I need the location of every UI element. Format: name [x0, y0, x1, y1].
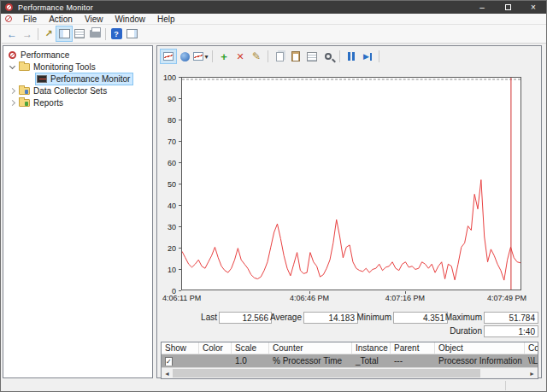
- show-hide-action-pane-button[interactable]: [124, 26, 139, 41]
- show-cell: ✓: [162, 356, 199, 366]
- show-checkbox[interactable]: ✓: [165, 357, 173, 366]
- reports-folder-icon: [19, 99, 30, 107]
- scale-cell: 1.0: [232, 356, 269, 366]
- x-tick-label: 4:06:11 PM: [162, 294, 201, 302]
- change-graph-type-button[interactable]: ▾: [193, 50, 209, 63]
- col-object[interactable]: Object: [435, 342, 525, 354]
- zoom-button[interactable]: [321, 50, 336, 63]
- chevron-down-icon[interactable]: [9, 62, 15, 68]
- menu-help[interactable]: Help: [151, 14, 181, 24]
- counter-legend-table: Show Color Scale Counter Instance Parent…: [161, 342, 538, 379]
- tree-item-performance-monitor[interactable]: Performance Monitor: [3, 73, 152, 85]
- tree-item-monitoring-tools[interactable]: Monitoring Tools: [3, 61, 152, 73]
- tree-item-data-collector-sets[interactable]: Data Collector Sets: [3, 85, 152, 97]
- tree-item-label: Reports: [33, 98, 63, 108]
- last-label: Last: [166, 313, 217, 322]
- forward-button[interactable]: →: [20, 26, 35, 41]
- y-tick-label: 50: [157, 180, 176, 189]
- menu-bar: File Action View Window Help: [2, 14, 547, 25]
- performance-root-icon: [9, 51, 16, 59]
- tree-item-label: Data Collector Sets: [33, 86, 107, 96]
- back-button[interactable]: ←: [4, 26, 20, 41]
- legend-header-row: Show Color Scale Counter Instance Parent…: [162, 342, 538, 354]
- data-collector-sets-folder-icon: [19, 87, 30, 95]
- y-tick-label: 90: [157, 95, 176, 103]
- close-button[interactable]: ×: [521, 1, 546, 14]
- highlight-button[interactable]: ✎: [249, 50, 264, 63]
- duration-label: Duration: [431, 326, 482, 336]
- tree-item-reports[interactable]: Reports: [3, 97, 152, 108]
- copy-properties-button[interactable]: [272, 50, 287, 63]
- col-instance[interactable]: Instance: [352, 342, 391, 354]
- col-show[interactable]: Show: [162, 342, 199, 354]
- paste-counter-list-button[interactable]: [288, 50, 303, 63]
- freeze-display-button[interactable]: [344, 50, 359, 63]
- properties-dialog-icon: [74, 29, 85, 38]
- main-toolbar: ← → ↗ ?: [2, 25, 547, 44]
- computer-cell: \\LAPT: [525, 356, 538, 366]
- menu-file[interactable]: File: [17, 14, 43, 24]
- properties-dialog-button[interactable]: [72, 26, 87, 41]
- properties-button[interactable]: [304, 50, 320, 63]
- selected-tree-item[interactable]: Performance Monitor: [36, 73, 132, 85]
- counter-row[interactable]: ✓ 1.0 % Processor Time _Total --- Proces…: [162, 354, 538, 367]
- legend-horizontal-scrollbar[interactable]: ◄ ►: [162, 367, 538, 378]
- plot-area: [181, 77, 521, 290]
- pause-icon: [348, 52, 355, 61]
- help-icon: ?: [111, 28, 122, 39]
- x-tick-label: 4:07:16 PM: [385, 294, 425, 302]
- step-forward-icon: ▶: [363, 52, 372, 61]
- performance-monitor-window: Performance Monitor – × File Action View…: [0, 0, 547, 392]
- delete-counter-button[interactable]: ✕: [232, 50, 248, 63]
- object-cell: Processor Information: [435, 356, 525, 366]
- export-list-button[interactable]: ↗: [41, 26, 56, 41]
- scroll-right-arrow[interactable]: ►: [526, 368, 538, 378]
- help-button[interactable]: ?: [109, 26, 124, 41]
- menu-action[interactable]: Action: [43, 14, 79, 24]
- action-pane-icon: [126, 29, 138, 38]
- y-tick-label: 20: [157, 244, 176, 253]
- col-parent[interactable]: Parent: [391, 342, 435, 354]
- folder-badge: [25, 90, 28, 94]
- print-button[interactable]: [87, 26, 103, 41]
- title-bar: Performance Monitor – ×: [1, 1, 546, 14]
- dropdown-caret-icon: ▾: [204, 53, 208, 61]
- chart-svg: [182, 78, 521, 290]
- performance-monitor-icon: [37, 75, 47, 83]
- menu-window[interactable]: Window: [109, 14, 151, 24]
- minimize-button[interactable]: –: [469, 1, 495, 14]
- x-tick-label: 4:06:46 PM: [290, 294, 329, 302]
- y-tick-label: 10: [157, 266, 176, 274]
- toolbar-separator: [105, 28, 106, 40]
- show-hide-console-tree-button[interactable]: [56, 26, 72, 41]
- y-axis: 1009080706050403020100: [157, 46, 179, 290]
- col-scale[interactable]: Scale: [232, 342, 269, 354]
- col-color[interactable]: Color: [199, 342, 232, 354]
- series-line: [182, 180, 521, 281]
- y-tick-label: 30: [157, 223, 176, 231]
- maximum-value: 51.784: [484, 312, 538, 324]
- col-counter[interactable]: Counter: [269, 342, 352, 354]
- toolbar-separator: [38, 28, 38, 40]
- tree-root-label: Performance: [21, 50, 69, 60]
- maximize-button[interactable]: [495, 1, 521, 14]
- chevron-right-icon[interactable]: [9, 87, 15, 93]
- tree-item-performance-root[interactable]: Performance: [3, 49, 152, 61]
- scroll-left-arrow[interactable]: ◄: [162, 368, 173, 378]
- chart-toolbar: ▾ + ✕ ✎ ▶: [159, 48, 382, 65]
- print-icon: [90, 30, 101, 38]
- scrollbar-thumb[interactable]: [173, 369, 480, 377]
- magnifier-icon: [325, 53, 332, 60]
- col-computer[interactable]: Compu: [525, 342, 538, 354]
- update-data-button[interactable]: ▶: [360, 50, 375, 63]
- color-cell: [199, 356, 232, 366]
- add-counter-button[interactable]: +: [216, 50, 232, 63]
- tree-item-label: Performance Monitor: [50, 74, 130, 84]
- scrollbar-track[interactable]: [173, 368, 526, 378]
- chevron-right-icon[interactable]: [9, 99, 15, 105]
- window-title: Performance Monitor: [18, 3, 93, 12]
- toolbar-separator: [212, 50, 213, 62]
- menu-view[interactable]: View: [79, 14, 109, 24]
- performance-monitor-pane: ▾ + ✕ ✎ ▶ 1009080706050403020100 4:06:11…: [156, 45, 542, 378]
- maximize-icon: [505, 4, 511, 10]
